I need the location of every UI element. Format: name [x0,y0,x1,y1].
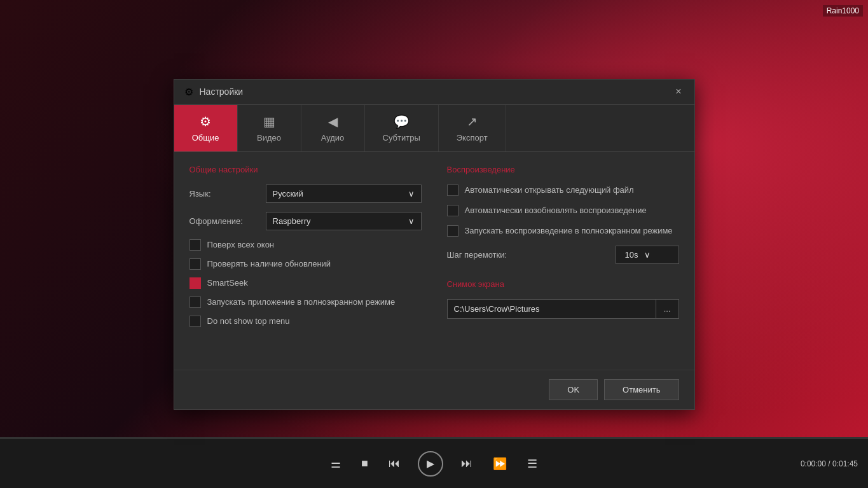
checkbox-ontop-label: Поверх всех окон [207,240,275,249]
checkbox-updates-box[interactable] [189,258,201,270]
tab-audio-icon: ◀ [328,114,338,129]
dialog-content: Общие настройки Язык: Русский ∨ Оформлен… [174,152,694,370]
checkbox-auto-next: Автоматически открывать следующий файл [447,185,679,196]
left-panel: Общие настройки Язык: Русский ∨ Оформлен… [189,165,422,357]
language-dropdown-icon: ∨ [408,189,415,199]
checkbox-ontop-box[interactable] [189,239,201,251]
checkbox-smartseek-label: SmartSeek [207,278,248,288]
checkbox-updates-label: Проверять наличие обновлений [207,259,331,268]
dialog-title-text: Настройки [200,87,244,97]
tab-subtitles-icon: 💬 [394,114,410,129]
tab-export[interactable]: ↗ Экспорт [439,105,506,151]
tab-subtitles-label: Субтитры [383,133,420,143]
step-dropdown-icon: ∨ [644,250,651,260]
checkbox-auto-resume-box[interactable] [447,205,458,216]
dialog-overlay: ⚙ Настройки × ⚙ Общие ▦ Видео ◀ Аудио 💬 … [0,0,868,488]
theme-value: Raspberry [273,216,311,226]
tab-audio[interactable]: ◀ Аудио [301,105,365,151]
language-label: Язык: [189,189,259,199]
checkbox-ontop: Поверх всех окон [189,239,422,251]
checkbox-auto-resume: Автоматически возобновлять воспроизведен… [447,205,679,216]
checkbox-auto-resume-label: Автоматически возобновлять воспроизведен… [465,206,647,215]
tab-audio-label: Аудио [321,133,345,143]
close-button[interactable]: × [673,86,684,97]
checkbox-smartseek-box[interactable] [189,277,201,289]
theme-dropdown-icon: ∨ [408,216,415,226]
checkbox-smartseek: SmartSeek [189,277,422,289]
path-row: C:\Users\Crow\Pictures ... [447,299,679,319]
language-select[interactable]: Русский ∨ [266,185,422,203]
theme-row: Оформление: Raspberry ∨ [189,212,422,230]
tab-video-label: Видео [257,133,281,143]
checkbox-fullscreen-app: Запускать приложение в полноэкранном реж… [189,296,422,308]
checkbox-auto-next-label: Автоматически открывать следующий файл [465,185,634,195]
theme-select[interactable]: Raspberry ∨ [266,212,422,230]
step-value: 10s [625,250,638,260]
settings-icon: ⚙ [184,86,193,98]
checkbox-no-top-menu: Do not show top menu [189,316,422,327]
tab-export-icon: ↗ [467,114,478,129]
theme-label: Оформление: [189,216,259,226]
step-select[interactable]: 10s ∨ [616,246,679,264]
step-label: Шаг перемотки: [447,250,609,260]
screenshot-section: Снимок экрана C:\Users\Crow\Pictures ... [447,279,679,319]
settings-dialog: ⚙ Настройки × ⚙ Общие ▦ Видео ◀ Аудио 💬 … [174,79,695,410]
dialog-titlebar: ⚙ Настройки × [174,80,694,105]
dialog-title-left: ⚙ Настройки [184,86,244,98]
cancel-button[interactable]: Отменить [604,379,679,400]
checkbox-fullscreen-play-box[interactable] [447,225,458,237]
ok-button[interactable]: OK [549,379,598,400]
step-row: Шаг перемотки: 10s ∨ [447,246,679,264]
tab-general-icon: ⚙ [200,114,211,129]
screenshot-title: Снимок экрана [447,279,679,289]
tab-video[interactable]: ▦ Видео [238,105,301,151]
language-value: Русский [273,189,303,199]
checkbox-fullscreen-app-box[interactable] [189,296,201,308]
language-row: Язык: Русский ∨ [189,185,422,203]
browse-button[interactable]: ... [656,299,679,319]
tab-subtitles[interactable]: 💬 Субтитры [365,105,439,151]
tabs-row: ⚙ Общие ▦ Видео ◀ Аудио 💬 Субтитры ↗ Экс… [174,105,694,152]
checkbox-no-top-menu-label: Do not show top menu [207,316,290,326]
checkbox-fullscreen-app-label: Запускать приложение в полноэкранном реж… [207,297,396,307]
tab-export-label: Экспорт [457,133,488,143]
checkbox-updates: Проверять наличие обновлений [189,258,422,270]
tab-general[interactable]: ⚙ Общие [174,105,238,151]
tab-general-label: Общие [192,133,219,143]
playback-title: Воспроизведение [447,165,679,174]
checkbox-no-top-menu-box[interactable] [189,316,201,327]
dialog-footer: OK Отменить [174,370,694,409]
checkbox-auto-next-box[interactable] [447,185,458,196]
screenshot-path[interactable]: C:\Users\Crow\Pictures [447,299,656,319]
tab-video-icon: ▦ [263,114,275,129]
general-settings-title: Общие настройки [189,165,422,174]
right-panel: Воспроизведение Автоматически открывать … [447,165,679,357]
checkbox-fullscreen-play: Запускать воспроизведение в полноэкранно… [447,225,679,237]
checkbox-fullscreen-play-label: Запускать воспроизведение в полноэкранно… [465,226,673,235]
